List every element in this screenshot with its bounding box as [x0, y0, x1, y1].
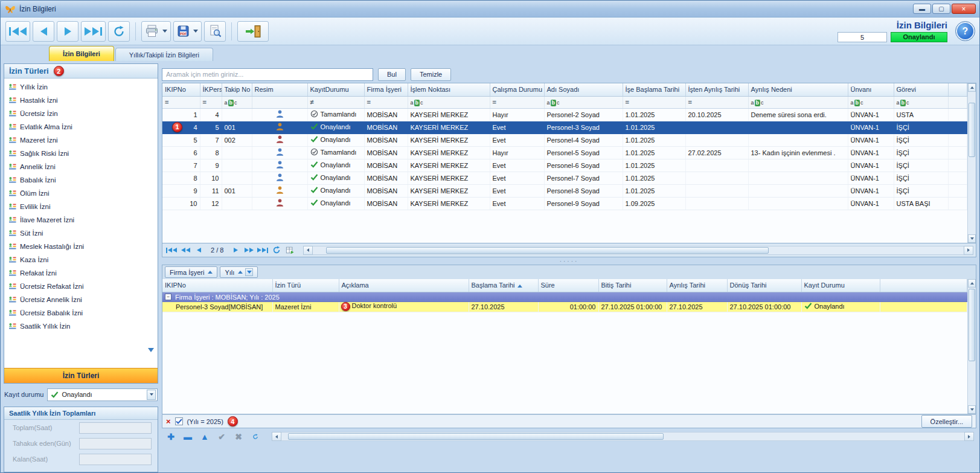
print-button[interactable]	[141, 21, 171, 42]
accrued-days-field[interactable]	[79, 438, 152, 449]
collapse-group-icon[interactable]: −	[165, 294, 171, 300]
filter-row-cell[interactable]: ≠	[307, 96, 364, 108]
combo-dropdown-button[interactable]	[147, 390, 156, 400]
pager-first-button[interactable]	[165, 245, 178, 256]
employees-grid-vertical-scrollbar[interactable]	[967, 83, 976, 243]
column-header[interactable]: IKIPNo	[162, 279, 272, 292]
column-header[interactable]: Dönüş Tarihi	[727, 279, 801, 292]
filter-row-cell[interactable]	[252, 96, 307, 108]
column-header[interactable]: IKIPNo	[162, 83, 200, 96]
column-header[interactable]: Ünvanı	[848, 83, 894, 96]
post-edit-button[interactable]: ✔	[215, 430, 228, 443]
filter-row-cell[interactable]: =	[162, 96, 200, 108]
sidebar-item-mazeret-i̇zni[interactable]: Mazeret İzni	[4, 134, 158, 147]
sidebar-item-saatlik-yıllık-i̇zin[interactable]: Saatlik Yıllık İzin	[4, 320, 158, 333]
pager-last-button[interactable]	[256, 245, 269, 256]
column-header[interactable]: Bitiş Tarihi	[598, 279, 667, 292]
scrollbar-thumb[interactable]	[969, 103, 975, 157]
filter-row-cell[interactable]: =	[200, 96, 222, 108]
minimize-button[interactable]: ▬	[913, 4, 931, 14]
scroll-right-icon[interactable]	[964, 432, 974, 441]
column-header[interactable]: Ayrılış Tarihi	[667, 279, 727, 292]
pager-prev-button[interactable]	[193, 245, 205, 256]
group-chip-yili[interactable]: Yılı	[220, 266, 258, 278]
employee-row[interactable]: 14TamamlandıMOBİSANKAYSERİ MERKEZHayırPe…	[162, 108, 967, 121]
nav-previous-button[interactable]	[33, 21, 54, 42]
column-header[interactable]: Takip No	[222, 83, 252, 96]
help-button[interactable]: ?	[956, 22, 975, 40]
sidebar-item-ücretsiz-babalık-i̇zni[interactable]: Ücretsiz Babalık İzni	[4, 306, 158, 320]
filter-row-cell[interactable]: =	[685, 96, 748, 108]
customize-filter-button[interactable]: Özelleştir...	[921, 415, 972, 428]
column-header[interactable]: İşten Ayrılış Tarihi	[685, 83, 748, 96]
maximize-button[interactable]: ▢	[932, 4, 950, 14]
column-header[interactable]: Açıklama	[339, 279, 469, 292]
scrollbar-thumb[interactable]	[969, 289, 975, 361]
employee-row[interactable]: 1012OnaylandıMOBİSANKAYSERİ MERKEZEvetPe…	[162, 197, 967, 210]
pager-next-button[interactable]	[229, 245, 242, 256]
tab-izin-bilgileri[interactable]: İzin Bilgileri	[49, 46, 114, 61]
sidebar-item-annelik-i̇zni[interactable]: Annelik İzni	[4, 160, 158, 173]
filter-enabled-checkbox[interactable]	[175, 417, 183, 425]
edit-record-button[interactable]: ▲	[198, 430, 211, 443]
column-header[interactable]: İşe Başlama Tarihi	[623, 83, 685, 96]
group-chip-firma-isyeri[interactable]: Firma İşyeri	[165, 266, 217, 278]
sidebar-item-babalık-i̇zni[interactable]: Babalık İzni	[4, 173, 158, 187]
scroll-up-icon[interactable]	[968, 279, 976, 288]
title-bar[interactable]: İzin Bilgileri ▬ ▢ ×	[1, 1, 979, 18]
sidebar-item-meslek-hastalığı-i̇zni[interactable]: Meslek Hastalığı İzni	[4, 240, 158, 253]
nav-next-button[interactable]	[57, 21, 78, 42]
pdf-dropdown-arrow[interactable]	[193, 30, 198, 33]
employee-row[interactable]: 79OnaylandıMOBİSANKAYSERİ MERKEZEvetPers…	[162, 159, 967, 172]
scroll-right-icon[interactable]	[964, 246, 973, 255]
sidebar-item-ölüm-i̇zni[interactable]: Ölüm İzni	[4, 187, 158, 200]
column-header[interactable]: Görevi	[894, 83, 948, 96]
leave-grid-vertical-scrollbar[interactable]	[967, 279, 976, 414]
remove-filter-button[interactable]: ×	[166, 417, 171, 425]
total-hours-field[interactable]	[79, 422, 152, 434]
sidebar-item-i̇lave-mazeret-i̇zni[interactable]: İlave Mazeret İzni	[4, 213, 158, 227]
sidebar-item-yıllık-i̇zin[interactable]: Yıllık İzin	[4, 80, 158, 94]
nav-last-button[interactable]	[81, 21, 106, 42]
sidebar-item-evlilik-i̇zni[interactable]: Evlilik İzni	[4, 200, 158, 213]
sidebar-item-hastalık-i̇zni[interactable]: Hastalık İzni	[4, 94, 158, 107]
scroll-left-icon[interactable]	[272, 432, 281, 441]
filter-row-cell[interactable]: abc	[222, 96, 252, 108]
sidebar-item-evlatlık-alma-i̇zni[interactable]: Evlatlık Alma İzni	[4, 120, 158, 134]
filter-row-cell[interactable]: =	[364, 96, 408, 108]
scroll-up-icon[interactable]	[968, 83, 976, 92]
filter-row-cell[interactable]: =	[490, 96, 544, 108]
active-filter-text[interactable]: (Yılı = 2025)	[187, 418, 223, 425]
employee-row[interactable]: 57002OnaylandıMOBİSANKAYSERİ MERKEZEvetP…	[162, 134, 967, 146]
filter-row-cell[interactable]: =	[623, 96, 685, 108]
scrollbar-thumb[interactable]	[326, 247, 769, 254]
employee-row[interactable]: 415001OnaylandıMOBİSANKAYSERİ MERKEZEvet…	[162, 121, 967, 134]
sidebar-item-refakat-i̇zni[interactable]: Refakat İzni	[4, 266, 158, 280]
column-header[interactable]: İKPers	[200, 83, 222, 96]
cancel-edit-button[interactable]: ✖	[232, 430, 245, 443]
sidebar-item-kaza-i̇zni[interactable]: Kaza İzni	[4, 253, 158, 266]
refresh-button[interactable]	[108, 21, 130, 42]
column-header[interactable]: Başlama Tarihi	[469, 279, 538, 292]
column-header[interactable]: KayıtDurumu	[307, 83, 364, 96]
export-grid-button[interactable]	[284, 245, 296, 256]
scroll-down-icon[interactable]	[968, 405, 976, 414]
column-header[interactable]: Çalışma Durumu	[490, 83, 544, 96]
nav-first-button[interactable]	[5, 21, 30, 42]
scrollbar-thumb[interactable]	[288, 433, 664, 440]
filter-row-cell[interactable]: abc	[894, 96, 948, 108]
save-pdf-button[interactable]: PDF	[173, 21, 202, 42]
find-button[interactable]: Bul	[378, 68, 406, 81]
filter-row-cell[interactable]: abc	[848, 96, 894, 108]
tab-yillik-takipli-izin-bilgileri[interactable]: Yıllık/Takipli İzin Bilgileri	[115, 48, 213, 61]
group-row[interactable]: −Firma İşyeri : MOBİSAN; Yılı : 2025	[162, 292, 967, 301]
filter-row-cell[interactable]: abc	[408, 96, 490, 108]
sidebar-item-süt-i̇zni[interactable]: Süt İzni	[4, 227, 158, 240]
close-button[interactable]: ×	[952, 4, 976, 14]
grid-splitter[interactable]: ·····	[162, 257, 976, 265]
employee-row[interactable]: 68TamamlandıMOBİSANKAYSERİ MERKEZHayırPe…	[162, 146, 967, 159]
leave-grid-horizontal-scrollbar[interactable]	[272, 432, 974, 442]
column-header[interactable]: Ayrılış Nedeni	[748, 83, 848, 96]
pager-refresh-button[interactable]	[271, 245, 283, 256]
column-header[interactable]: Süre	[538, 279, 598, 292]
